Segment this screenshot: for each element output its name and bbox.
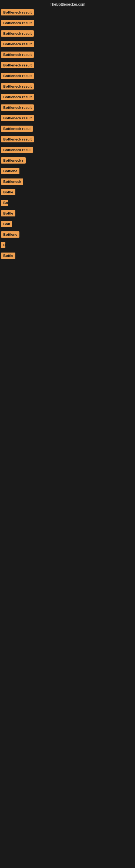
bottleneck-badge-18[interactable]: Bottle [1, 189, 15, 195]
bottleneck-badge-4[interactable]: Bottleneck result [1, 41, 34, 47]
bottleneck-badge-5[interactable]: Bottleneck result [1, 52, 34, 58]
bottleneck-badge-14[interactable]: Bottleneck resul [1, 147, 33, 153]
badge-row-13: Bottleneck result [0, 134, 135, 145]
badges-container: Bottleneck resultBottleneck resultBottle… [0, 8, 135, 261]
bottleneck-badge-19[interactable]: Bo [1, 199, 8, 206]
bottleneck-badge-8[interactable]: Bottleneck result [1, 83, 34, 90]
site-header: TheBottlenecker.com [0, 0, 135, 8]
bottleneck-badge-7[interactable]: Bottleneck result [1, 73, 34, 79]
bottleneck-badge-17[interactable]: Bottleneck [1, 179, 23, 185]
badge-row-8: Bottleneck result [0, 82, 135, 92]
bottleneck-badge-11[interactable]: Bottleneck result [1, 115, 34, 121]
badge-row-4: Bottleneck result [0, 39, 135, 50]
site-title: TheBottlenecker.com [0, 0, 135, 8]
badge-row-11: Bottleneck result [0, 113, 135, 124]
bottleneck-badge-12[interactable]: Bottleneck resul [1, 126, 33, 132]
badge-row-14: Bottleneck resul [0, 145, 135, 156]
badge-row-24: Bottle [0, 251, 135, 261]
badge-row-18: Bottle [0, 187, 135, 198]
badge-row-9: Bottleneck result [0, 92, 135, 103]
bottleneck-badge-10[interactable]: Bottleneck result [1, 104, 34, 111]
bottleneck-badge-1[interactable]: Bottleneck result [1, 9, 34, 16]
badge-row-5: Bottleneck result [0, 50, 135, 61]
bottleneck-badge-3[interactable]: Bottleneck result [1, 30, 34, 37]
bottleneck-badge-24[interactable]: Bottle [1, 252, 15, 259]
bottleneck-badge-20[interactable]: Bottle [1, 210, 15, 216]
bottleneck-badge-2[interactable]: Bottleneck result [1, 20, 34, 26]
badge-row-17: Bottleneck [0, 177, 135, 187]
badge-row-12: Bottleneck resul [0, 124, 135, 134]
bottleneck-badge-6[interactable]: Bottleneck result [1, 62, 34, 68]
bottleneck-badge-23[interactable]: B [1, 242, 5, 248]
badge-row-16: Bottlene [0, 166, 135, 177]
bottleneck-badge-13[interactable]: Bottleneck result [1, 136, 34, 143]
bottleneck-badge-21[interactable]: Bott [1, 221, 12, 227]
badge-row-6: Bottleneck result [0, 61, 135, 71]
badge-row-19: Bo [0, 198, 135, 209]
badge-row-1: Bottleneck result [0, 8, 135, 18]
bottleneck-badge-9[interactable]: Bottleneck result [1, 94, 34, 100]
badge-row-3: Bottleneck result [0, 29, 135, 39]
bottleneck-badge-22[interactable]: Bottlene [1, 231, 19, 238]
bottleneck-badge-16[interactable]: Bottlene [1, 168, 19, 174]
badge-row-2: Bottleneck result [0, 18, 135, 29]
badge-row-23: B [0, 240, 135, 251]
badge-row-22: Bottlene [0, 230, 135, 240]
badge-row-15: Bottleneck r [0, 156, 135, 166]
badge-row-21: Bott [0, 219, 135, 230]
badge-row-10: Bottleneck result [0, 103, 135, 113]
badge-row-7: Bottleneck result [0, 71, 135, 82]
badge-row-20: Bottle [0, 209, 135, 219]
bottleneck-badge-15[interactable]: Bottleneck r [1, 157, 26, 163]
